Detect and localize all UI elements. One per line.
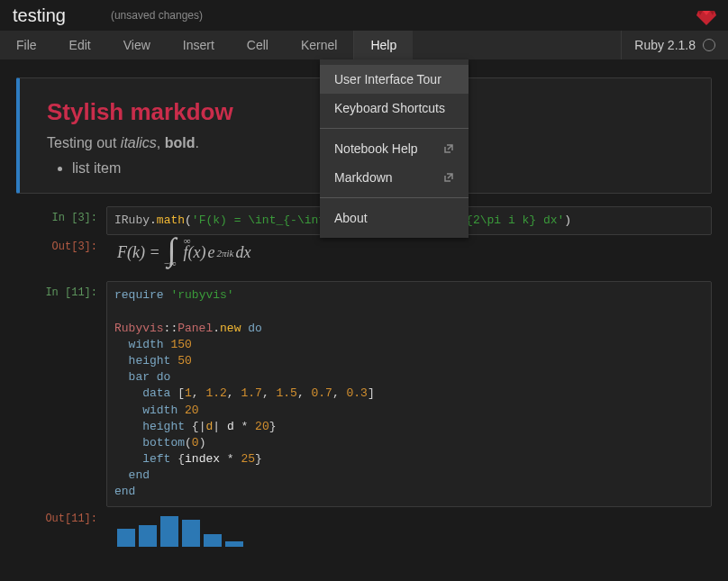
- md-text: ,: [157, 135, 165, 150]
- kernel-indicator: Ruby 2.1.8: [621, 31, 728, 59]
- header-bar: testing (unsaved changes): [0, 0, 728, 31]
- md-text: Testing out: [47, 135, 121, 150]
- external-link-icon: [443, 172, 454, 183]
- bar: [225, 541, 243, 547]
- menubar: File Edit View Insert Cell Kernel Help R…: [0, 31, 728, 59]
- tok: do: [241, 322, 261, 335]
- tok: 'rubyvis': [170, 288, 233, 302]
- code-input[interactable]: require 'rubyvis' Rubyvis::Panel.new do …: [106, 281, 712, 506]
- kernel-idle-icon: [703, 39, 715, 51]
- out-prompt: Out[3]:: [16, 235, 106, 253]
- tok: [: [177, 386, 185, 400]
- tok: *: [227, 452, 234, 466]
- menu-edit[interactable]: Edit: [53, 31, 107, 59]
- menu-help[interactable]: Help: [353, 31, 413, 59]
- math-formula: F(k) = ∫ ∞ −∞ f(x) e2πik dx: [114, 241, 705, 265]
- tok: .: [213, 322, 220, 335]
- help-notebook-help[interactable]: Notebook Help: [320, 134, 469, 163]
- math-text: dx: [235, 243, 250, 262]
- bar: [139, 525, 157, 547]
- tok: 0.7: [312, 386, 332, 400]
- menu-separator: [320, 197, 469, 198]
- tok: end: [114, 468, 150, 482]
- tok: ::: [164, 322, 178, 335]
- menu-kernel[interactable]: Kernel: [285, 31, 353, 59]
- tok: }: [269, 420, 277, 433]
- ruby-logo-icon: [696, 2, 717, 30]
- tok: math: [157, 213, 185, 227]
- tok: (: [185, 436, 192, 449]
- menu-cell[interactable]: Cell: [231, 31, 285, 59]
- tok: bottom: [114, 436, 185, 449]
- in-prompt: In [3]:: [16, 206, 106, 224]
- tok: ): [564, 213, 571, 227]
- tok: .: [150, 213, 157, 227]
- tok: height: [114, 420, 192, 433]
- tok: (: [185, 213, 192, 227]
- bar-chart: [114, 513, 705, 547]
- tok: {: [192, 420, 199, 433]
- code-output: F(k) = ∫ ∞ −∞ f(x) e2πik dx: [106, 235, 712, 270]
- menu-insert[interactable]: Insert: [167, 31, 231, 59]
- tok: }: [255, 452, 262, 466]
- tok: ]: [368, 386, 375, 400]
- menu-label: Markdown: [334, 170, 393, 185]
- tok: 20: [185, 404, 199, 417]
- menu-label: Notebook Help: [334, 141, 418, 156]
- tok: 1.7: [241, 386, 261, 400]
- external-link-icon: [443, 143, 454, 154]
- tok: left: [114, 452, 177, 466]
- help-dropdown: User Interface Tour Keyboard Shortcuts N…: [320, 59, 469, 238]
- menu-view[interactable]: View: [107, 31, 167, 59]
- notebook-name[interactable]: testing: [13, 5, 66, 26]
- code-output: [106, 507, 712, 552]
- tok: {: [177, 452, 185, 466]
- bar: [182, 520, 200, 547]
- help-ui-tour[interactable]: User Interface Tour: [320, 65, 469, 94]
- menu-separator: [320, 128, 469, 129]
- tok: height: [114, 354, 177, 368]
- save-status: (unsaved changes): [111, 9, 203, 22]
- bar: [117, 529, 135, 547]
- tok: require: [114, 288, 164, 302]
- tok: bar: [114, 370, 157, 384]
- tok: 1: [185, 386, 192, 400]
- tok: 0: [192, 436, 199, 449]
- math-text: f(x): [184, 243, 206, 262]
- tok: ,: [297, 386, 312, 400]
- tok: ): [199, 436, 206, 449]
- tok: Panel: [177, 322, 213, 335]
- tok: width: [114, 404, 185, 417]
- tok: 1.2: [205, 386, 226, 400]
- tok: ,: [192, 386, 206, 400]
- md-text: .: [196, 135, 199, 150]
- md-bold: bold: [165, 135, 196, 150]
- tok: 0.3: [347, 386, 368, 400]
- tok: Rubyvis: [114, 322, 164, 335]
- tok: index: [185, 452, 227, 466]
- tok: end: [114, 485, 135, 498]
- menu-file[interactable]: File: [0, 31, 53, 59]
- in-prompt: In [11]:: [16, 281, 106, 299]
- math-limit-bottom: −∞: [164, 258, 177, 268]
- tok: 1.5: [276, 386, 296, 400]
- tok: 50: [177, 354, 192, 368]
- tok: 150: [170, 338, 191, 351]
- help-about[interactable]: About: [320, 204, 469, 232]
- code-cell-2: In [11]: require 'rubyvis' Rubyvis::Pane…: [16, 281, 712, 551]
- tok: new: [220, 322, 241, 335]
- math-text: e: [207, 243, 214, 262]
- tok: 20: [248, 420, 268, 433]
- tok: width: [114, 338, 170, 351]
- tok: ,: [227, 386, 241, 400]
- help-keyboard-shortcuts[interactable]: Keyboard Shortcuts: [320, 94, 469, 123]
- out-prompt: Out[11]:: [16, 507, 106, 525]
- math-text: F(k) =: [117, 243, 160, 262]
- bar: [204, 534, 222, 547]
- help-markdown[interactable]: Markdown: [320, 163, 469, 192]
- math-limit-top: ∞: [184, 235, 191, 246]
- kernel-name: Ruby 2.1.8: [634, 38, 696, 52]
- tok: ,: [332, 386, 347, 400]
- tok: IRuby: [114, 213, 150, 227]
- tok: data: [114, 386, 177, 400]
